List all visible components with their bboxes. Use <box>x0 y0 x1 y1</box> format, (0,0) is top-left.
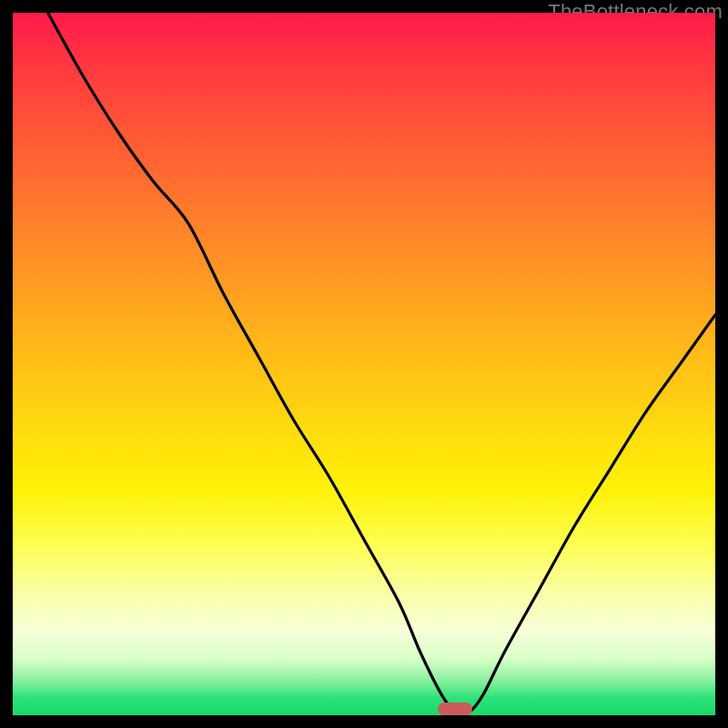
chart-frame: TheBottleneck.com <box>0 0 728 728</box>
bottleneck-curve <box>13 13 715 715</box>
plot-area <box>13 13 715 715</box>
optimal-marker <box>438 703 472 715</box>
